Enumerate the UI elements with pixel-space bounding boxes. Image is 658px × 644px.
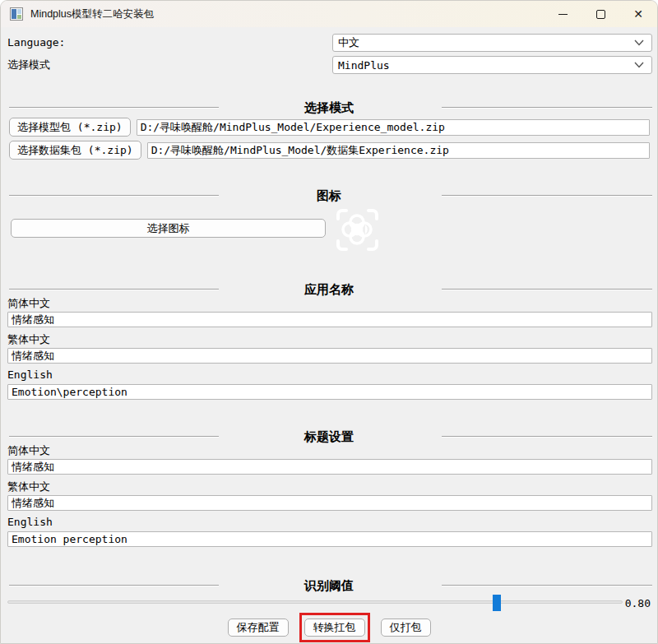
threshold-slider[interactable]: 0.80 <box>7 595 651 611</box>
action-button-row: 保存配置 转换扛包 仅打包 <box>1 612 657 643</box>
model-path-input[interactable] <box>137 119 650 136</box>
minimize-button[interactable] <box>544 1 582 27</box>
language-label: Language: <box>7 36 65 49</box>
mode-select-value: MindPlus <box>338 59 390 72</box>
save-config-button[interactable]: 保存配置 <box>228 619 289 637</box>
maximize-icon <box>596 10 605 19</box>
window-title: Mindplus模型转二哈安装包 <box>30 7 154 21</box>
divider-line <box>442 289 652 290</box>
flower-scan-frame-icon <box>334 206 381 253</box>
app-name-sc-label: 简体中文 <box>7 296 50 311</box>
divider-line <box>442 436 652 438</box>
threshold-slider-track[interactable] <box>7 600 623 604</box>
model-file-row: 选择模型包 (*.zip) <box>9 118 650 137</box>
section-header-threshold: 识别阈值 <box>1 578 657 592</box>
maximize-button[interactable] <box>582 1 619 27</box>
section-header-title-settings: 标题设置 <box>1 429 657 443</box>
app-window: Mindplus模型转二哈安装包 ✕ Language: 中文 选择模式 Min… <box>0 0 658 644</box>
chevron-down-icon <box>634 39 644 46</box>
dataset-file-row: 选择数据集包 (*.zip) <box>9 141 650 160</box>
title-sc-input[interactable] <box>7 459 652 475</box>
threshold-slider-handle[interactable] <box>493 595 501 611</box>
section-header-icon: 图标 <box>1 188 657 202</box>
divider-line <box>442 585 652 586</box>
package-only-button[interactable]: 仅打包 <box>381 619 431 637</box>
title-tc-input[interactable] <box>7 495 652 511</box>
app-name-en-input[interactable] <box>7 384 652 400</box>
mode-label: 选择模式 <box>7 58 50 72</box>
choose-icon-button[interactable]: 选择图标 <box>11 219 326 238</box>
title-en-input[interactable] <box>7 531 652 547</box>
language-select[interactable]: 中文 <box>332 34 652 52</box>
app-name-tc-label: 繁体中文 <box>7 332 50 347</box>
title-tc-label: 繁体中文 <box>7 480 50 494</box>
close-icon: ✕ <box>633 8 643 20</box>
app-name-tc-input[interactable] <box>7 348 652 364</box>
chevron-down-icon <box>634 62 644 68</box>
title-en-label: English <box>7 516 53 528</box>
mode-select[interactable]: MindPlus <box>332 56 652 74</box>
section-header-app-name: 应用名称 <box>1 282 657 296</box>
choose-model-button[interactable]: 选择模型包 (*.zip) <box>9 118 131 137</box>
minimize-icon <box>558 14 568 15</box>
section-header-model: 选择模式 <box>1 100 657 114</box>
titlebar: Mindplus模型转二哈安装包 ✕ <box>1 1 657 27</box>
divider-line <box>442 107 652 109</box>
choose-dataset-button[interactable]: 选择数据集包 (*.zip) <box>9 141 141 160</box>
convert-package-button[interactable]: 转换扛包 <box>304 619 365 637</box>
threshold-value: 0.80 <box>625 597 651 609</box>
close-button[interactable]: ✕ <box>619 1 657 27</box>
language-select-value: 中文 <box>338 35 359 50</box>
divider-line <box>442 195 652 197</box>
title-sc-label: 简体中文 <box>7 443 50 458</box>
app-window-icon <box>10 7 23 21</box>
dataset-path-input[interactable] <box>147 142 650 159</box>
app-name-en-label: English <box>7 368 53 381</box>
caption-buttons: ✕ <box>544 1 657 27</box>
app-name-sc-input[interactable] <box>7 312 652 327</box>
click-highlight-box: 转换扛包 <box>299 613 370 642</box>
